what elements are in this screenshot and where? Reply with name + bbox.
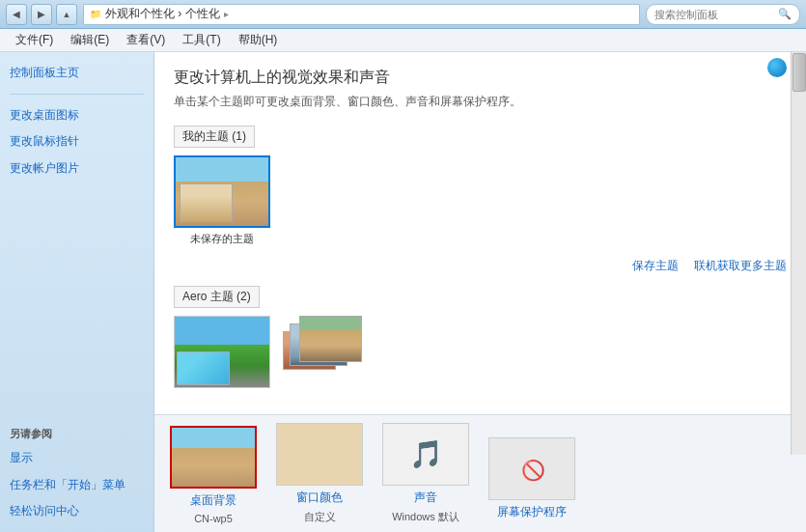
save-theme-link[interactable]: 保存主题 (632, 258, 679, 274)
stack-img-1 (299, 316, 362, 362)
screensaver-item[interactable]: 🚫 屏幕保护程序 (488, 437, 575, 524)
desktop-bg-label: 桌面背景 (190, 492, 236, 509)
aero-themes-section: Aero 主题 (2) (174, 286, 787, 388)
aero-theme-2-thumbnail (280, 316, 376, 388)
aero-theme-1-overlay (177, 351, 230, 385)
sidebar-item-display[interactable]: 显示 (10, 449, 144, 467)
title-bar: ◀ ▶ ▲ 📁 外观和个性化 › 个性化 ▸ 🔍 (0, 0, 806, 29)
aero-themes-grid (174, 316, 787, 388)
sound-item[interactable]: 🎵 声音 Windows 默认 (382, 423, 469, 524)
aero-theme-1-item[interactable] (174, 316, 270, 388)
sidebar-item-change-mouse[interactable]: 更改鼠标指针 (10, 132, 144, 151)
desktop-bg-sublabel: CN-wp5 (194, 513, 233, 524)
page-title: 更改计算机上的视觉效果和声音 (174, 68, 787, 88)
folder-icon: 📁 (90, 9, 101, 19)
aero-theme-1-thumbnail (174, 316, 270, 388)
unsaved-theme-overlay (180, 183, 233, 222)
address-bar[interactable]: 📁 外观和个性化 › 个性化 ▸ (83, 4, 640, 25)
page-subtitle: 单击某个主题即可更改桌面背景、窗口颜色、声音和屏幕保护程序。 (174, 94, 787, 110)
scrollbar-thumb[interactable] (792, 53, 806, 92)
unsaved-theme-item[interactable]: 未保存的主题 (174, 155, 270, 246)
sidebar-divider-1 (10, 94, 144, 95)
globe-icon (767, 58, 787, 77)
window-color-sublabel: 自定义 (304, 510, 336, 524)
unsaved-theme-label: 未保存的主题 (190, 232, 254, 246)
screensaver-preview: 🚫 (489, 438, 575, 500)
screensaver-label: 屏幕保护程序 (497, 504, 567, 520)
sidebar-item-change-account-pic[interactable]: 更改帐户图片 (10, 159, 144, 178)
breadcrumb-arrow: ▸ (224, 9, 229, 19)
sidebar-item-change-desktop-icon[interactable]: 更改桌面图标 (10, 106, 144, 125)
desktop-bg-thumbnail (170, 426, 257, 489)
menu-view[interactable]: 查看(V) (119, 30, 173, 50)
sidebar-item-control-panel-home[interactable]: 控制面板主页 (10, 64, 144, 82)
sound-thumbnail: 🎵 (382, 423, 469, 486)
sidebar-also-see-title: 另请参阅 (10, 427, 144, 441)
theme-actions: 保存主题 联机获取更多主题 (174, 258, 787, 274)
desktop-bg-item[interactable]: 桌面背景 CN-wp5 (170, 426, 257, 524)
sidebar-item-taskbar[interactable]: 任务栏和「开始」菜单 (10, 476, 144, 494)
screensaver-thumbnail: 🚫 (488, 437, 575, 500)
window-color-item[interactable]: 窗口颜色 自定义 (276, 423, 363, 524)
content-area: 更改计算机上的视觉效果和声音 单击某个主题即可更改桌面背景、窗口颜色、声音和屏幕… (154, 52, 806, 532)
aero-theme-2-item[interactable] (280, 316, 376, 388)
window-color-thumbnail (276, 423, 363, 486)
up-button[interactable]: ▲ (56, 4, 77, 25)
back-button[interactable]: ◀ (6, 4, 27, 25)
get-more-themes-link[interactable]: 联机获取更多主题 (694, 258, 787, 274)
breadcrumb: 外观和个性化 › 个性化 (105, 6, 220, 22)
menu-tools[interactable]: 工具(T) (175, 30, 228, 50)
menu-edit[interactable]: 编辑(E) (63, 30, 117, 50)
my-themes-label: 我的主题 (1) (174, 126, 255, 148)
desktop-bg-preview (172, 428, 255, 487)
screensaver-no-icon: 🚫 (521, 459, 545, 482)
menu-bar: 文件(F) 编辑(E) 查看(V) 工具(T) 帮助(H) (0, 29, 806, 52)
sound-preview: 🎵 (383, 424, 468, 485)
window-color-label: 窗口颜色 (296, 490, 343, 506)
search-icon: 🔍 (778, 8, 792, 20)
window-color-preview (277, 424, 362, 485)
menu-file[interactable]: 文件(F) (8, 30, 61, 50)
sidebar: 控制面板主页 更改桌面图标 更改鼠标指针 更改帐户图片 另请参阅 显示 任务栏和… (0, 52, 154, 532)
my-themes-grid: 未保存的主题 (174, 155, 787, 246)
menu-help[interactable]: 帮助(H) (231, 30, 286, 50)
my-themes-section: 我的主题 (1) 未保存的主题 (174, 126, 787, 246)
main-layout: 控制面板主页 更改桌面图标 更改鼠标指针 更改帐户图片 另请参阅 显示 任务栏和… (0, 52, 806, 532)
search-input[interactable] (654, 9, 774, 20)
bottom-toolbar: 桌面背景 CN-wp5 窗口颜色 自定义 🎵 声音 Windows 默认 (154, 414, 806, 532)
sound-sublabel: Windows 默认 (392, 510, 459, 524)
search-box[interactable]: 🔍 (646, 4, 800, 25)
nav-buttons: ◀ ▶ ▲ (6, 4, 77, 25)
sidebar-item-ease-access[interactable]: 轻松访问中心 (10, 502, 144, 520)
unsaved-theme-thumbnail (174, 155, 270, 228)
scrollbar-track[interactable] (791, 52, 806, 455)
aero-themes-label: Aero 主题 (2) (174, 286, 260, 308)
sound-label: 声音 (414, 490, 437, 506)
forward-button[interactable]: ▶ (31, 4, 52, 25)
